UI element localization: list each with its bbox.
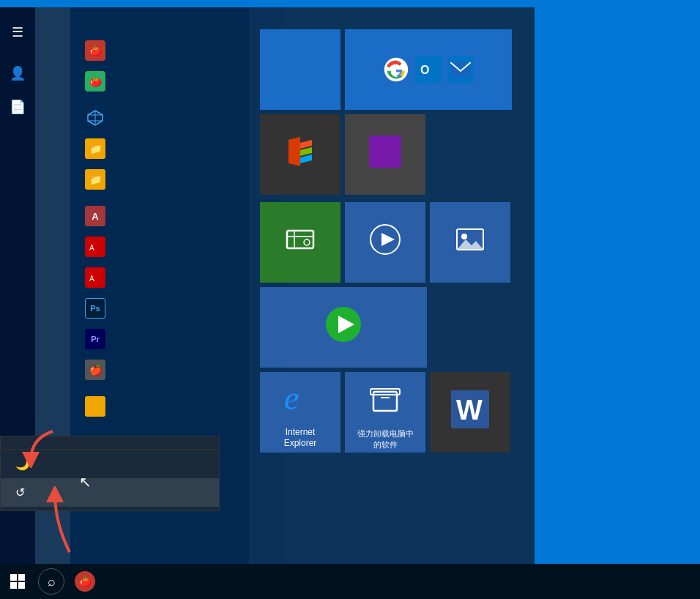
app-icon-3d xyxy=(85,108,105,128)
svg-rect-35 xyxy=(18,582,25,589)
svg-rect-34 xyxy=(10,582,17,589)
app-icon-acrobat1: A xyxy=(85,237,105,257)
tiles-row-3 xyxy=(260,202,524,283)
arrow-indicator-2 xyxy=(40,486,99,562)
tiles-row-2 xyxy=(260,114,524,195)
mouse-cursor: ↖ xyxy=(79,473,92,491)
xbox-logo-icon xyxy=(281,225,319,254)
office-logo-icon xyxy=(281,133,319,171)
word-tile-label xyxy=(430,447,510,453)
app-icon-pr: Pr xyxy=(85,329,105,349)
arrow-indicator-1 xyxy=(16,424,60,471)
svg-text:A: A xyxy=(89,275,94,283)
onenote-tile[interactable] xyxy=(345,114,425,195)
movies-tile[interactable] xyxy=(345,202,425,283)
tomato-app-icon: 🍅 xyxy=(75,571,95,592)
calendar-tile[interactable] xyxy=(260,29,340,110)
uninstall-icon xyxy=(368,382,403,417)
user-icon: 👤 xyxy=(10,65,26,81)
play-icon xyxy=(369,223,401,256)
restart-icon: ↺ xyxy=(15,485,25,499)
google-icon xyxy=(383,56,409,83)
tiles-panel: O xyxy=(249,7,535,564)
svg-rect-13 xyxy=(287,231,313,248)
hamburger-icon: ☰ xyxy=(12,24,23,40)
tiles-row-5: e InternetExplorer 强力卸载电脑中的软件 xyxy=(260,372,524,453)
svg-rect-32 xyxy=(10,574,17,581)
xbox-tile[interactable] xyxy=(260,202,340,283)
tencent-tile[interactable] xyxy=(260,287,427,368)
svg-point-16 xyxy=(304,239,310,245)
app-icon-360center: 📁 xyxy=(85,169,105,190)
svg-rect-33 xyxy=(18,574,25,581)
uninstall-tile-label: 强力卸载电脑中的软件 xyxy=(345,425,425,453)
windows-logo-icon xyxy=(10,574,25,589)
office-tile-label xyxy=(260,189,340,195)
xbox-tile-label xyxy=(260,277,340,283)
ie-tile-label: InternetExplorer xyxy=(260,424,340,453)
app-icon-tomato2: 🍅 xyxy=(85,71,105,92)
outlook-icon: O xyxy=(415,56,442,83)
app-icon-access: A xyxy=(85,206,105,226)
start-button[interactable] xyxy=(0,564,35,599)
app-icon-360browser: 📁 xyxy=(85,138,105,159)
photos-icon xyxy=(454,225,486,254)
ie-logo-icon: e xyxy=(281,379,319,417)
word-logo-icon: W xyxy=(451,390,489,428)
svg-text:e: e xyxy=(284,379,299,417)
photos-tile-label xyxy=(430,277,510,283)
restart-button[interactable]: ↺ xyxy=(1,478,219,507)
tencent-tile-label xyxy=(260,362,427,368)
word-tile[interactable]: W xyxy=(430,372,510,453)
app-icon-apple: 🍎 xyxy=(85,360,105,380)
user-icon-button[interactable]: 👤 xyxy=(3,59,32,88)
onenote-tile-label xyxy=(345,189,425,195)
envelope-icon xyxy=(447,56,474,83)
hamburger-button[interactable]: ☰ xyxy=(3,18,32,47)
photos-tile[interactable] xyxy=(430,202,510,283)
tencent-icon xyxy=(324,305,362,343)
document-icon: 📄 xyxy=(10,99,26,115)
tiles-row-4 xyxy=(260,287,524,368)
svg-marker-18 xyxy=(381,233,395,246)
office-tile[interactable] xyxy=(260,114,340,195)
search-button[interactable]: ⌕ xyxy=(38,568,64,595)
app-icon-ps: Ps xyxy=(85,298,105,319)
onenote-logo-icon xyxy=(369,135,401,168)
mail-tile-label xyxy=(345,104,512,110)
tiles-row-1: O xyxy=(260,29,524,110)
taskbar: ⌕ 🍅 xyxy=(0,564,700,599)
svg-marker-21 xyxy=(457,239,483,250)
uninstall-tile[interactable]: 强力卸载电脑中的软件 xyxy=(345,372,425,453)
mail-tile[interactable]: O xyxy=(345,29,512,110)
taskbar-tomato-app[interactable]: 🍅 xyxy=(70,567,100,596)
svg-text:A: A xyxy=(89,244,94,252)
svg-point-20 xyxy=(461,234,467,239)
docs-icon-button[interactable]: 📄 xyxy=(3,92,32,122)
app-icon-bandicam xyxy=(85,396,105,417)
search-icon: ⌕ xyxy=(48,574,56,589)
mail-icons: O xyxy=(352,42,504,97)
ie-tile[interactable]: e InternetExplorer xyxy=(260,372,340,453)
app-icon-acrobat2: A xyxy=(85,267,105,288)
svg-text:O: O xyxy=(420,64,429,76)
svg-text:W: W xyxy=(456,395,483,425)
app-icon-tomato1: 🍅 xyxy=(85,40,105,61)
movies-tile-label xyxy=(345,277,425,283)
